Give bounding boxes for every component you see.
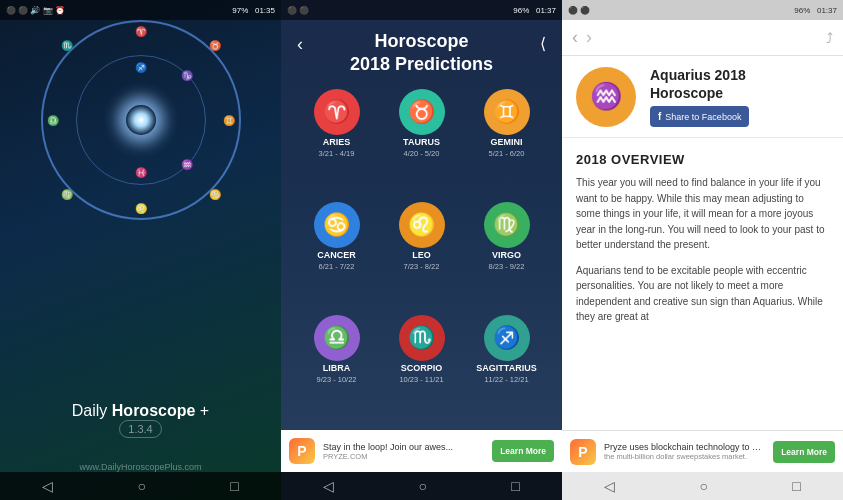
version-badge: 1.3.4 — [119, 420, 161, 438]
top-share-icon[interactable]: ⤴ — [826, 30, 833, 46]
gemini-date: 5/21 - 6/20 — [489, 149, 525, 158]
gemini-icon: ♊ — [484, 89, 530, 135]
back-nav-arrow[interactable]: ‹ — [572, 27, 578, 48]
status-icons-left-2: ⚫ ⚫ — [287, 6, 309, 15]
cancer-date: 6/21 - 7/22 — [319, 262, 355, 271]
ad-banner-2: P Stay in the loop! Join our awes... PRY… — [281, 430, 562, 472]
zodiac-item-libra[interactable]: ♎ LIBRA 9/23 - 10/22 — [297, 315, 376, 422]
back-button-2[interactable]: ◁ — [323, 478, 334, 494]
zodiac-item-virgo[interactable]: ♍ VIRGO 8/23 - 9/22 — [467, 202, 546, 309]
recents-button[interactable]: □ — [230, 478, 238, 494]
pryze-icon-3: P — [570, 439, 596, 465]
sagittarius-icon: ♐ — [484, 315, 530, 361]
status-icons-left-3: ⚫ ⚫ — [568, 6, 590, 15]
nav-bar-3: ◁ ○ □ — [562, 472, 843, 500]
top-nav-3: ‹ › ⤴ — [562, 20, 843, 56]
learn-more-button-2[interactable]: Learn More — [492, 440, 554, 462]
pryze-icon: P — [289, 438, 315, 464]
ad-main-text-2: Stay in the loop! Join our awes... — [323, 442, 484, 452]
overview-para1: This year you will need to find balance … — [576, 175, 829, 253]
website-label: www.DailyHoroscopePlus.com — [79, 462, 201, 472]
virgo-date: 8/23 - 9/22 — [489, 262, 525, 271]
ad-text-block-3: Pryze uses blockchain technology to disr… — [604, 442, 765, 461]
home-button[interactable]: ○ — [138, 478, 146, 494]
screen2-predictions: ⚫ ⚫ 96% 01:37 ‹ Horoscope 2018 Predictio… — [281, 0, 562, 500]
home-button-3[interactable]: ○ — [700, 478, 708, 494]
scorpio-name: SCORPIO — [401, 363, 443, 373]
aquarius-title: Aquarius 2018 Horoscope — [650, 66, 829, 102]
overview-content: 2018 OVERVIEW This year you will need to… — [562, 138, 843, 430]
zodiac-item-scorpio[interactable]: ♏ SCORPIO 10/23 - 11/21 — [382, 315, 461, 422]
star-glow — [126, 105, 156, 135]
app-title-daily: Daily — [72, 402, 112, 419]
aquarius-sign-icon: ♒ — [576, 67, 636, 127]
ad-main-text-3: Pryze uses blockchain technology to disr… — [604, 442, 765, 452]
zodiac-item-aries[interactable]: ♈ ARIES 3/21 - 4/19 — [297, 89, 376, 196]
status-bar-1: ⚫ ⚫ 🔊 📷 ⏰ 97% 01:35 — [0, 0, 281, 20]
home-button-2[interactable]: ○ — [419, 478, 427, 494]
gemini-name: GEMINI — [490, 137, 522, 147]
zodiac-item-cancer[interactable]: ♋ CANCER 6/21 - 7/22 — [297, 202, 376, 309]
aries-name: ARIES — [323, 137, 351, 147]
virgo-icon: ♍ — [484, 202, 530, 248]
leo-icon: ♌ — [399, 202, 445, 248]
forward-nav-arrow[interactable]: › — [586, 27, 592, 48]
zodiac-ring-inner: ♐ ♑ ♒ ♓ — [76, 55, 206, 185]
ad-text-block-2: Stay in the loop! Join our awes... PRYZE… — [323, 442, 484, 461]
scorpio-icon: ♏ — [399, 315, 445, 361]
status-right-3: 96% 01:37 — [794, 6, 837, 15]
status-bar-3: ⚫ ⚫ 96% 01:37 — [562, 0, 843, 20]
zodiac-item-sagittarius[interactable]: ♐ SAGITTARIUS 11/22 - 12/21 — [467, 315, 546, 422]
aquarius-header: ♒ Aquarius 2018 Horoscope f Share to Fac… — [562, 56, 843, 138]
ad-sub-text-2: PRYZE.COM — [323, 452, 484, 461]
app-title-horoscope: Horoscope — [112, 402, 196, 419]
screen1-splash: ⚫ ⚫ 🔊 📷 ⏰ 97% 01:35 ♈ ♉ ♊ ♋ ♌ ♍ ♎ ♏ ♐ ♑ … — [0, 0, 281, 500]
status-right: 97% 01:35 — [232, 6, 275, 15]
leo-date: 7/23 - 8/22 — [404, 262, 440, 271]
back-button[interactable]: ◁ — [42, 478, 53, 494]
star-center — [116, 95, 166, 145]
learn-more-button-3[interactable]: Learn More — [773, 441, 835, 463]
libra-name: LIBRA — [323, 363, 351, 373]
scorpio-date: 10/23 - 11/21 — [399, 375, 443, 384]
cancer-icon: ♋ — [314, 202, 360, 248]
status-icons-left: ⚫ ⚫ 🔊 📷 ⏰ — [6, 6, 65, 15]
zodiac-circle: ♈ ♉ ♊ ♋ ♌ ♍ ♎ ♏ ♐ ♑ ♒ ♓ — [41, 20, 241, 220]
back-button-3[interactable]: ◁ — [604, 478, 615, 494]
overview-title: 2018 OVERVIEW — [576, 152, 829, 167]
app-title-plus: + — [195, 402, 209, 419]
predictions-title: Horoscope 2018 Predictions — [303, 30, 540, 77]
status-bar-2: ⚫ ⚫ 96% 01:37 — [281, 0, 562, 20]
zodiac-grid: ♈ ARIES 3/21 - 4/19 ♉ TAURUS 4/20 - 5/20… — [281, 85, 562, 430]
ad-banner-3: P Pryze uses blockchain technology to di… — [562, 430, 843, 472]
zodiac-item-taurus[interactable]: ♉ TAURUS 4/20 - 5/20 — [382, 89, 461, 196]
share-facebook-button[interactable]: f Share to Facebook — [650, 106, 749, 127]
overview-para2: Aquarians tend to be excitable people wi… — [576, 263, 829, 325]
leo-name: LEO — [412, 250, 431, 260]
taurus-icon: ♉ — [399, 89, 445, 135]
ad-sub-text-3: the multi-billion dollar sweepstakes mar… — [604, 452, 765, 461]
aquarius-info: Aquarius 2018 Horoscope f Share to Faceb… — [650, 66, 829, 127]
zodiac-item-gemini[interactable]: ♊ GEMINI 5/21 - 6/20 — [467, 89, 546, 196]
screen3-detail: ⚫ ⚫ 96% 01:37 ‹ › ⤴ ♒ Aquarius 2018 Horo… — [562, 0, 843, 500]
taurus-name: TAURUS — [403, 137, 440, 147]
aries-icon: ♈ — [314, 89, 360, 135]
cancer-name: CANCER — [317, 250, 356, 260]
aries-date: 3/21 - 4/19 — [319, 149, 355, 158]
zodiac-ring-outer: ♈ ♉ ♊ ♋ ♌ ♍ ♎ ♏ ♐ ♑ ♒ ♓ — [41, 20, 241, 220]
app-name: Daily Horoscope + — [72, 402, 209, 420]
status-right-2: 96% 01:37 — [513, 6, 556, 15]
recents-button-2[interactable]: □ — [511, 478, 519, 494]
libra-date: 9/23 - 10/22 — [316, 375, 356, 384]
sagittarius-name: SAGITTARIUS — [476, 363, 536, 373]
nav-bar-1: ◁ ○ □ — [0, 472, 281, 500]
recents-button-3[interactable]: □ — [792, 478, 800, 494]
sagittarius-date: 11/22 - 12/21 — [484, 375, 528, 384]
share-icon[interactable]: ⟨ — [540, 34, 546, 53]
libra-icon: ♎ — [314, 315, 360, 361]
taurus-date: 4/20 - 5/20 — [404, 149, 440, 158]
zodiac-item-leo[interactable]: ♌ LEO 7/23 - 8/22 — [382, 202, 461, 309]
predictions-header: ‹ Horoscope 2018 Predictions ⟨ — [281, 20, 562, 85]
facebook-icon: f — [658, 111, 661, 122]
nav-bar-2: ◁ ○ □ — [281, 472, 562, 500]
